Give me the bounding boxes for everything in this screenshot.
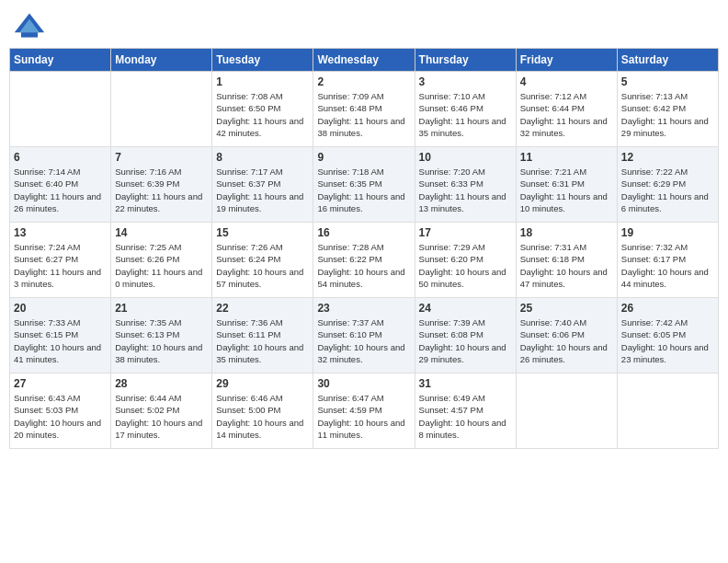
cell-content: Sunrise: 7:16 AM Sunset: 6:39 PM Dayligh…	[115, 166, 208, 214]
day-number: 29	[216, 377, 309, 390]
cell-content: Sunrise: 7:20 AM Sunset: 6:33 PM Dayligh…	[419, 166, 512, 214]
day-number: 25	[520, 302, 613, 315]
cell-content: Sunrise: 7:17 AM Sunset: 6:37 PM Dayligh…	[216, 166, 309, 214]
day-number: 10	[419, 151, 512, 164]
calendar-cell: 16Sunrise: 7:28 AM Sunset: 6:22 PM Dayli…	[313, 223, 415, 298]
cell-content: Sunrise: 6:43 AM Sunset: 5:03 PM Dayligh…	[14, 392, 107, 441]
calendar-cell: 30Sunrise: 6:47 AM Sunset: 4:59 PM Dayli…	[313, 373, 415, 449]
calendar-cell: 13Sunrise: 7:24 AM Sunset: 6:27 PM Dayli…	[10, 223, 111, 298]
header-day: Monday	[111, 49, 212, 72]
header-day: Wednesday	[313, 49, 415, 72]
day-number: 11	[520, 151, 613, 164]
header-day: Thursday	[415, 49, 516, 72]
calendar-cell: 2Sunrise: 7:09 AM Sunset: 6:48 PM Daylig…	[313, 72, 415, 147]
calendar-cell: 3Sunrise: 7:10 AM Sunset: 6:46 PM Daylig…	[415, 72, 516, 147]
cell-content: Sunrise: 7:40 AM Sunset: 6:06 PM Dayligh…	[520, 316, 613, 365]
cell-content: Sunrise: 7:36 AM Sunset: 6:11 PM Dayligh…	[216, 316, 309, 365]
cell-content: Sunrise: 7:25 AM Sunset: 6:26 PM Dayligh…	[115, 241, 208, 290]
calendar-cell: 19Sunrise: 7:32 AM Sunset: 6:17 PM Dayli…	[617, 223, 718, 298]
day-number: 21	[115, 302, 208, 315]
calendar-week: 27Sunrise: 6:43 AM Sunset: 5:03 PM Dayli…	[10, 373, 719, 449]
day-number: 16	[317, 226, 410, 239]
day-number: 9	[317, 151, 410, 164]
cell-content: Sunrise: 7:22 AM Sunset: 6:29 PM Dayligh…	[621, 166, 714, 214]
calendar-cell: 27Sunrise: 6:43 AM Sunset: 5:03 PM Dayli…	[10, 373, 111, 449]
header-day: Tuesday	[212, 49, 313, 72]
cell-content: Sunrise: 7:35 AM Sunset: 6:13 PM Dayligh…	[115, 316, 208, 365]
calendar-cell: 21Sunrise: 7:35 AM Sunset: 6:13 PM Dayli…	[111, 298, 212, 373]
calendar-cell: 26Sunrise: 7:42 AM Sunset: 6:05 PM Dayli…	[617, 298, 718, 373]
header-row: SundayMondayTuesdayWednesdayThursdayFrid…	[10, 49, 719, 72]
day-number: 3	[419, 75, 512, 88]
cell-content: Sunrise: 7:28 AM Sunset: 6:22 PM Dayligh…	[317, 241, 410, 290]
calendar-cell: 24Sunrise: 7:39 AM Sunset: 6:08 PM Dayli…	[415, 298, 516, 373]
day-number: 17	[419, 226, 512, 239]
calendar-cell: 28Sunrise: 6:44 AM Sunset: 5:02 PM Dayli…	[111, 373, 212, 449]
day-number: 2	[317, 75, 410, 88]
day-number: 23	[317, 302, 410, 315]
calendar-cell	[10, 72, 111, 147]
calendar-cell: 23Sunrise: 7:37 AM Sunset: 6:10 PM Dayli…	[313, 298, 415, 373]
day-number: 8	[216, 151, 309, 164]
calendar-table: SundayMondayTuesdayWednesdayThursdayFrid…	[9, 48, 719, 449]
day-number: 27	[14, 377, 107, 390]
cell-content: Sunrise: 7:26 AM Sunset: 6:24 PM Dayligh…	[216, 241, 309, 290]
cell-content: Sunrise: 7:18 AM Sunset: 6:35 PM Dayligh…	[317, 166, 410, 214]
cell-content: Sunrise: 7:32 AM Sunset: 6:17 PM Dayligh…	[621, 241, 714, 290]
header-day: Friday	[516, 49, 617, 72]
calendar-cell: 9Sunrise: 7:18 AM Sunset: 6:35 PM Daylig…	[313, 147, 415, 223]
svg-rect-2	[21, 32, 38, 37]
day-number: 15	[216, 226, 309, 239]
day-number: 30	[317, 377, 410, 390]
day-number: 20	[14, 302, 107, 315]
cell-content: Sunrise: 7:42 AM Sunset: 6:05 PM Dayligh…	[621, 316, 714, 365]
day-number: 6	[14, 151, 107, 164]
calendar-cell: 31Sunrise: 6:49 AM Sunset: 4:57 PM Dayli…	[415, 373, 516, 449]
cell-content: Sunrise: 7:39 AM Sunset: 6:08 PM Dayligh…	[419, 316, 512, 365]
calendar-cell: 8Sunrise: 7:17 AM Sunset: 6:37 PM Daylig…	[212, 147, 313, 223]
calendar-cell: 7Sunrise: 7:16 AM Sunset: 6:39 PM Daylig…	[111, 147, 212, 223]
cell-content: Sunrise: 7:21 AM Sunset: 6:31 PM Dayligh…	[520, 166, 613, 214]
calendar-cell: 6Sunrise: 7:14 AM Sunset: 6:40 PM Daylig…	[10, 147, 111, 223]
calendar-cell: 12Sunrise: 7:22 AM Sunset: 6:29 PM Dayli…	[617, 147, 718, 223]
cell-content: Sunrise: 7:24 AM Sunset: 6:27 PM Dayligh…	[14, 241, 107, 290]
day-number: 31	[419, 377, 512, 390]
day-number: 4	[520, 75, 613, 88]
day-number: 24	[419, 302, 512, 315]
calendar-cell	[111, 72, 212, 147]
day-number: 22	[216, 302, 309, 315]
calendar-week: 20Sunrise: 7:33 AM Sunset: 6:15 PM Dayli…	[10, 298, 719, 373]
cell-content: Sunrise: 7:31 AM Sunset: 6:18 PM Dayligh…	[520, 241, 613, 290]
day-number: 19	[621, 226, 714, 239]
cell-content: Sunrise: 7:14 AM Sunset: 6:40 PM Dayligh…	[14, 166, 107, 214]
cell-content: Sunrise: 7:37 AM Sunset: 6:10 PM Dayligh…	[317, 316, 410, 365]
cell-content: Sunrise: 6:49 AM Sunset: 4:57 PM Dayligh…	[419, 392, 512, 441]
calendar-week: 13Sunrise: 7:24 AM Sunset: 6:27 PM Dayli…	[10, 223, 719, 298]
cell-content: Sunrise: 7:08 AM Sunset: 6:50 PM Dayligh…	[216, 90, 309, 139]
day-number: 13	[14, 226, 107, 239]
calendar-cell: 29Sunrise: 6:46 AM Sunset: 5:00 PM Dayli…	[212, 373, 313, 449]
cell-content: Sunrise: 7:12 AM Sunset: 6:44 PM Dayligh…	[520, 90, 613, 139]
cell-content: Sunrise: 7:13 AM Sunset: 6:42 PM Dayligh…	[621, 90, 714, 139]
cell-content: Sunrise: 7:29 AM Sunset: 6:20 PM Dayligh…	[419, 241, 512, 290]
calendar-cell: 5Sunrise: 7:13 AM Sunset: 6:42 PM Daylig…	[617, 72, 718, 147]
calendar-cell: 1Sunrise: 7:08 AM Sunset: 6:50 PM Daylig…	[212, 72, 313, 147]
calendar-cell	[516, 373, 617, 449]
calendar-cell: 15Sunrise: 7:26 AM Sunset: 6:24 PM Dayli…	[212, 223, 313, 298]
cell-content: Sunrise: 6:47 AM Sunset: 4:59 PM Dayligh…	[317, 392, 410, 441]
day-number: 28	[115, 377, 208, 390]
calendar-cell: 25Sunrise: 7:40 AM Sunset: 6:06 PM Dayli…	[516, 298, 617, 373]
calendar-cell: 22Sunrise: 7:36 AM Sunset: 6:11 PM Dayli…	[212, 298, 313, 373]
day-number: 12	[621, 151, 714, 164]
cell-content: Sunrise: 7:09 AM Sunset: 6:48 PM Dayligh…	[317, 90, 410, 139]
calendar-week: 6Sunrise: 7:14 AM Sunset: 6:40 PM Daylig…	[10, 147, 719, 223]
calendar-week: 1Sunrise: 7:08 AM Sunset: 6:50 PM Daylig…	[10, 72, 719, 147]
header-day: Saturday	[617, 49, 718, 72]
cell-content: Sunrise: 6:46 AM Sunset: 5:00 PM Dayligh…	[216, 392, 309, 441]
logo-icon	[13, 9, 46, 42]
header-day: Sunday	[10, 49, 111, 72]
calendar-cell: 18Sunrise: 7:31 AM Sunset: 6:18 PM Dayli…	[516, 223, 617, 298]
cell-content: Sunrise: 7:33 AM Sunset: 6:15 PM Dayligh…	[14, 316, 107, 365]
day-number: 5	[621, 75, 714, 88]
calendar-cell: 17Sunrise: 7:29 AM Sunset: 6:20 PM Dayli…	[415, 223, 516, 298]
